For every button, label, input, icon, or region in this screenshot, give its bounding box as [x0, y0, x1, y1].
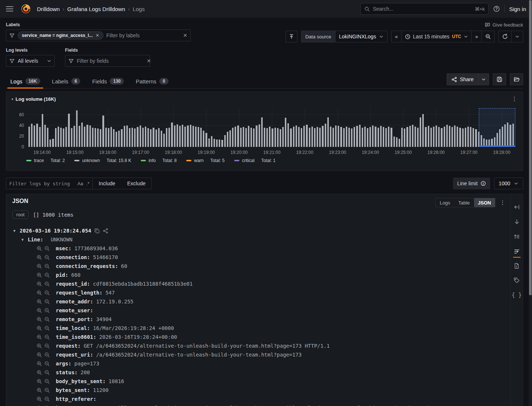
open-folder-button[interactable] — [510, 73, 523, 85]
volume-bar — [187, 125, 188, 147]
legend-item-trace[interactable]: trace — [26, 158, 44, 163]
regex-toggle[interactable]: .* — [86, 181, 89, 186]
menu-icon[interactable] — [6, 4, 15, 13]
label-filter-chip[interactable]: service_name = nginx_access_l... ✕ — [18, 31, 103, 39]
log-entry-timestamp-row[interactable]: ▼2026-03-16 19:28:24.054 — [12, 226, 506, 235]
sign-in-button[interactable]: Sign in — [509, 6, 526, 12]
document-icon[interactable] — [514, 263, 520, 269]
fields-clear-icon[interactable]: ✕ — [147, 58, 151, 64]
log-field-row: msec:1773689304.036 — [12, 244, 506, 253]
legend-swatch — [74, 160, 79, 161]
time-selection-region[interactable] — [479, 108, 515, 147]
share-button[interactable]: Share — [447, 74, 478, 85]
time-back-button[interactable]: « — [391, 31, 402, 42]
volume-bar — [168, 128, 170, 147]
log-string-filter-input[interactable] — [9, 181, 74, 186]
search-input[interactable]: ⌘+k — [360, 3, 489, 15]
tab-patterns[interactable]: Patterns0 — [131, 76, 173, 88]
save-icon — [497, 76, 502, 82]
time-zoom-out-button[interactable] — [482, 31, 495, 42]
fields-filter-input[interactable] — [77, 58, 144, 64]
volume-bar — [441, 128, 442, 147]
datasource-select[interactable]: LokiNGINXLogs — [335, 31, 387, 42]
page-scrollbar[interactable] — [529, 0, 532, 406]
breadcrumb-drilldown[interactable]: Drilldown — [37, 6, 60, 12]
json-panel-title: JSON — [12, 198, 28, 204]
view-option-json[interactable]: JSON — [474, 198, 495, 207]
braces-icon[interactable]: { } — [512, 292, 522, 298]
zoom-out-icon — [44, 264, 50, 269]
time-forward-button[interactable]: » — [472, 31, 482, 42]
volume-bar — [31, 124, 33, 147]
log-volume-chart[interactable]: 0204060 — [28, 108, 515, 147]
volume-bar — [332, 128, 334, 147]
labels-filter-combobox[interactable]: service_name = nginx_access_l... ✕ ✕ — [6, 30, 191, 41]
upload-button[interactable] — [286, 31, 297, 42]
log-field-row: connection_requests:60 — [12, 262, 506, 271]
volume-bar — [124, 126, 125, 147]
tab-labels[interactable]: Labels6 — [48, 76, 85, 88]
timezone-label[interactable]: UTC — [452, 34, 461, 39]
tag-icon[interactable] — [514, 277, 520, 283]
collapse-chevron-icon[interactable]: ▾ — [11, 97, 13, 101]
view-option-table[interactable]: Table — [454, 198, 474, 207]
log-string-filter[interactable]: Aa .* — [6, 178, 93, 189]
json-root-breadcrumb[interactable]: root — [12, 210, 28, 219]
scrollbar-thumb[interactable] — [529, 0, 532, 295]
log-line-row[interactable]: ▼Line:UNKNOWN — [12, 235, 506, 244]
time-range-button[interactable]: Last 15 minutes UTC — [402, 31, 472, 42]
log-field-row: remote_addr:172.19.0.255 — [12, 297, 506, 306]
json-panel-menu-icon[interactable]: ⋮ — [500, 199, 506, 206]
chip-remove-icon[interactable]: ✕ — [96, 33, 99, 38]
return-icon[interactable] — [514, 204, 520, 210]
labels-clear-icon[interactable]: ✕ — [183, 32, 187, 38]
copy-icon[interactable] — [94, 228, 100, 234]
view-option-logs[interactable]: Logs — [436, 198, 454, 207]
volume-bar — [396, 137, 398, 147]
grafana-logo[interactable] — [21, 4, 31, 14]
volume-bar — [203, 131, 204, 147]
save-button[interactable] — [493, 73, 506, 85]
line-limit-select[interactable]: 1000 — [494, 178, 523, 189]
panel-menu-icon[interactable]: ⋮ — [512, 96, 518, 102]
help-icon[interactable] — [493, 6, 500, 12]
sort-ascending-icon[interactable] — [514, 233, 520, 240]
fields-filter-combobox[interactable]: ✕ — [65, 55, 150, 67]
legend-item-unknown[interactable]: unknown — [74, 158, 100, 163]
volume-bar — [362, 128, 363, 147]
wrap-lines-icon[interactable] — [514, 248, 520, 255]
volume-bar — [375, 127, 376, 147]
give-feedback-button[interactable]: Give feedback — [485, 22, 523, 28]
include-button[interactable]: Include — [93, 178, 121, 189]
volume-bar — [50, 140, 51, 147]
field-value: 60 — [121, 263, 127, 269]
search-field[interactable] — [373, 6, 472, 12]
collapse-triangle-icon[interactable]: ▼ — [20, 238, 25, 242]
legend-item-info[interactable]: info — [141, 158, 156, 163]
share-dropdown-icon[interactable] — [478, 74, 489, 85]
legend-item-warn[interactable]: warn — [186, 158, 204, 163]
exclude-button[interactable]: Exclude — [121, 178, 151, 189]
folder-open-icon — [514, 76, 520, 83]
share-link-icon[interactable] — [103, 228, 108, 234]
case-sensitive-toggle[interactable]: Aa — [77, 181, 83, 186]
tab-logs[interactable]: Logs16K — [6, 76, 45, 88]
volume-bar — [290, 128, 291, 147]
labels-filter-input[interactable] — [106, 32, 180, 38]
field-value: 660 — [71, 272, 81, 278]
field-value: 2026-03-16T19:28:24+00:00 — [99, 334, 177, 340]
zoom-in-icon — [37, 299, 42, 304]
line-limit-button[interactable]: Line limit — [453, 178, 490, 189]
log-levels-dropdown[interactable]: All levels — [6, 55, 55, 67]
breadcrumb-grafana-logs-drilldown[interactable]: Grafana Logs Drilldown — [67, 6, 125, 12]
refresh-button[interactable] — [498, 31, 512, 42]
tab-fields[interactable]: Fields130 — [88, 76, 128, 88]
legend-item-critical[interactable]: critical — [234, 158, 255, 163]
log-field-row: request_uri:/a/6463652024/alternative-to… — [12, 350, 506, 359]
volume-bar — [266, 128, 268, 147]
zoom-out-icon — [44, 281, 50, 287]
volume-bar — [351, 128, 352, 147]
arrow-down-icon[interactable] — [514, 219, 520, 225]
collapse-triangle-icon[interactable]: ▼ — [12, 229, 17, 233]
refresh-interval-dropdown[interactable] — [512, 31, 523, 42]
